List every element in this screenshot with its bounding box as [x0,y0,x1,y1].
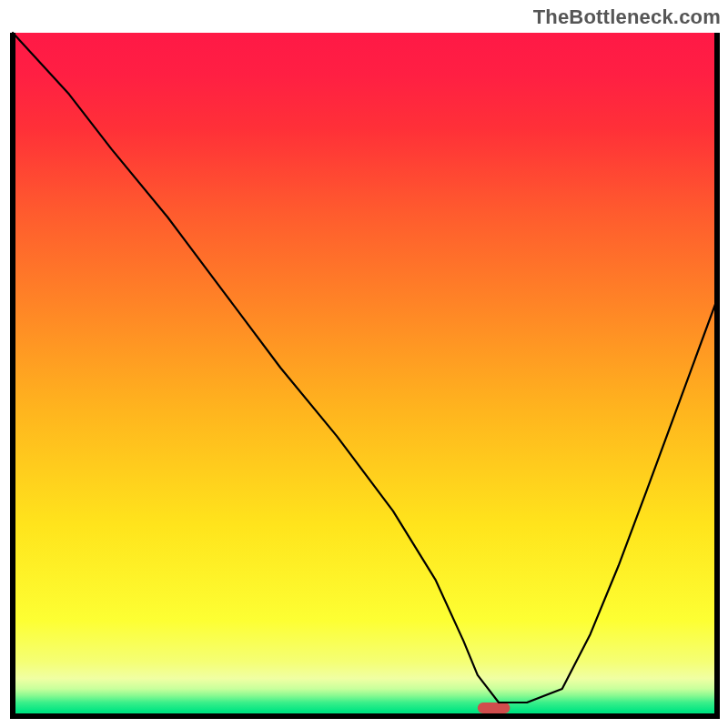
target-marker [478,703,511,713]
chart-background [13,33,717,716]
chart-svg [10,30,720,719]
watermark-text: TheBottleneck.com [533,5,721,29]
chart-plot [10,30,720,719]
chart-container: TheBottleneck.com [0,0,728,728]
